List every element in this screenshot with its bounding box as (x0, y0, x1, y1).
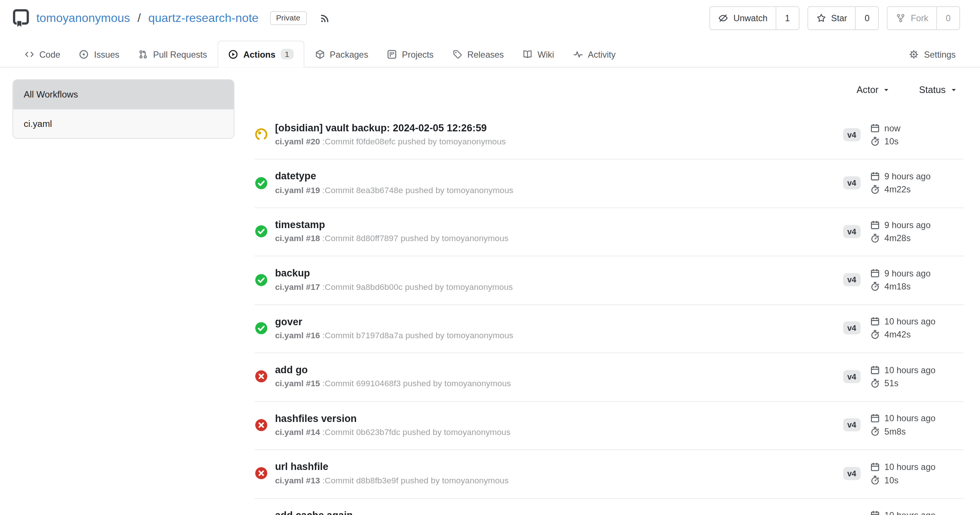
run-meta: v410 hours ago5m8s (843, 413, 964, 437)
run-duration: 5m8s (885, 426, 906, 437)
eye-slash-icon (718, 13, 729, 23)
repo-title: tomoyanonymous / quartz-research-note Pr… (13, 9, 330, 27)
calendar-icon (870, 172, 880, 181)
run-meta: v49 hours ago4m18s (843, 268, 964, 291)
workflow-run-row[interactable]: add goci.yaml #15 :Commit 69910468f3 pus… (255, 353, 964, 402)
tab-wiki[interactable]: Wiki (515, 42, 562, 67)
status-placeholder (255, 508, 268, 515)
stopwatch-icon (870, 136, 880, 146)
page: tomoyanonymous / quartz-research-note Pr… (0, 0, 980, 515)
run-time-ago: now (885, 123, 900, 133)
tab-issues[interactable]: Issues (71, 42, 127, 67)
stopwatch-icon (870, 233, 880, 243)
run-workflow-ref[interactable]: ci.yaml #16 (275, 331, 320, 340)
tab-releases[interactable]: Releases (444, 42, 512, 67)
gear-icon (909, 49, 919, 60)
repo-name-link[interactable]: quartz-research-note (148, 11, 259, 25)
tab-packages[interactable]: Packages (307, 42, 376, 67)
version-badge: v4 (843, 225, 861, 238)
run-times: 10 hours ago (870, 510, 964, 515)
tab-pull-requests-label: Pull Requests (153, 49, 207, 60)
pulse-icon (573, 49, 583, 60)
run-times: 10 hours ago10s (870, 462, 964, 485)
calendar-icon (870, 365, 880, 375)
workflow-run-row[interactable]: datetypeci.yaml #19 :Commit 8ea3b6748e p… (255, 160, 964, 208)
run-title[interactable]: datetype (275, 169, 843, 183)
rss-icon[interactable] (319, 13, 330, 24)
run-workflow-ref[interactable]: ci.yaml #17 (275, 282, 320, 291)
calendar-icon (870, 123, 880, 133)
tab-actions[interactable]: Actions 1 (218, 41, 304, 67)
run-info: goverci.yaml #16 :Commit b7197d8a7a push… (275, 315, 843, 342)
run-title[interactable]: timestamp (275, 217, 843, 232)
run-info: datetypeci.yaml #19 :Commit 8ea3b6748e p… (275, 169, 843, 197)
tab-projects[interactable]: Projects (379, 42, 442, 67)
run-times: 10 hours ago51s (870, 365, 964, 388)
tab-pull-requests[interactable]: Pull Requests (130, 42, 215, 67)
run-meta: v49 hours ago4m28s (843, 220, 964, 243)
repo-owner-link[interactable]: tomoyanonymous (36, 11, 130, 25)
run-title[interactable]: add cache again (275, 508, 870, 515)
run-time-ago: 10 hours ago (885, 317, 935, 327)
run-duration: 10s (885, 475, 899, 485)
run-time-ago-line: 10 hours ago (870, 317, 964, 327)
tab-code[interactable]: Code (16, 42, 68, 67)
workflow-run-row[interactable]: [obsidian] vault backup: 2024-02-05 12:2… (255, 111, 964, 160)
stopwatch-icon (870, 475, 880, 485)
run-meta: v410 hours ago51s (843, 365, 964, 388)
run-time-ago-line: 9 hours ago (870, 268, 964, 278)
run-time-ago-line: 10 hours ago (870, 365, 964, 375)
run-title[interactable]: url hashfile (275, 459, 843, 474)
calendar-icon (870, 413, 880, 423)
workflow-run-row[interactable]: url hashfileci.yaml #13 :Commit d8b8fb3e… (255, 450, 964, 499)
run-title[interactable]: add go (275, 363, 843, 377)
tag-icon (452, 49, 463, 60)
run-workflow-ref[interactable]: ci.yaml #14 (275, 428, 320, 437)
fork-button[interactable]: Fork (888, 7, 937, 29)
fork-icon (896, 13, 906, 23)
run-duration-line: 4m22s (870, 184, 964, 195)
version-badge: v4 (843, 176, 861, 189)
workflow-runs-list: [obsidian] vault backup: 2024-02-05 12:2… (255, 111, 964, 515)
workflow-run-row[interactable]: backupci.yaml #17 :Commit 9a8bd6b00c pus… (255, 256, 964, 305)
run-title[interactable]: backup (275, 266, 843, 280)
run-subtitle: ci.yaml #14 :Commit 0b623b7fdc pushed by… (275, 426, 843, 439)
workflow-run-row[interactable]: goverci.yaml #16 :Commit b7197d8a7a push… (255, 305, 964, 353)
star-count[interactable]: 0 (855, 7, 878, 29)
run-workflow-ref[interactable]: ci.yaml #18 (275, 234, 320, 243)
actor-filter-dropdown[interactable]: Actor (856, 84, 890, 95)
sidebar-item-ci-yaml[interactable]: ci.yaml (13, 109, 234, 138)
tab-activity[interactable]: Activity (565, 42, 624, 67)
run-title[interactable]: gover (275, 315, 843, 329)
workflow-run-row[interactable]: hashfiles versionci.yaml #14 :Commit 0b6… (255, 402, 964, 450)
run-duration: 4m18s (885, 281, 911, 291)
workflow-run-row[interactable]: timestampci.yaml #18 :Commit 8d80ff7897 … (255, 208, 964, 256)
run-times: 9 hours ago4m18s (870, 268, 964, 291)
repo-book-icon (13, 9, 29, 27)
watch-count[interactable]: 1 (776, 7, 799, 29)
version-badge: v4 (843, 321, 861, 335)
run-title[interactable]: [obsidian] vault backup: 2024-02-05 12:2… (275, 121, 843, 135)
repo-path-separator: / (138, 11, 141, 25)
tab-settings[interactable]: Settings (901, 42, 964, 67)
run-workflow-ref[interactable]: ci.yaml #19 (275, 185, 320, 195)
repo-tabnav: Code Issues Pull Requests Actions 1 Pack… (0, 41, 980, 67)
run-workflow-ref[interactable]: ci.yaml #15 (275, 379, 320, 388)
fork-count[interactable]: 0 (937, 7, 959, 29)
run-time-ago-line: 9 hours ago (870, 172, 964, 181)
run-workflow-ref[interactable]: ci.yaml #13 (275, 476, 320, 485)
run-times: 10 hours ago5m8s (870, 413, 964, 437)
run-time-ago: 9 hours ago (885, 268, 931, 278)
stopwatch-icon (870, 281, 880, 291)
status-filter-dropdown[interactable]: Status (919, 84, 957, 95)
project-icon (387, 49, 397, 60)
sidebar-item-all-workflows[interactable]: All Workflows (13, 80, 234, 109)
run-commit-info: :Commit 0b623b7fdc pushed by tomoyanonym… (323, 428, 511, 437)
run-workflow-ref[interactable]: ci.yaml #20 (275, 137, 320, 146)
run-title[interactable]: hashfiles version (275, 411, 843, 426)
unwatch-button[interactable]: Unwatch (710, 7, 775, 29)
status-failure-icon (255, 418, 268, 432)
version-badge: v4 (843, 370, 861, 383)
star-button[interactable]: Star (808, 7, 855, 29)
workflow-run-row[interactable]: add cache again10 hours ago (255, 499, 964, 515)
